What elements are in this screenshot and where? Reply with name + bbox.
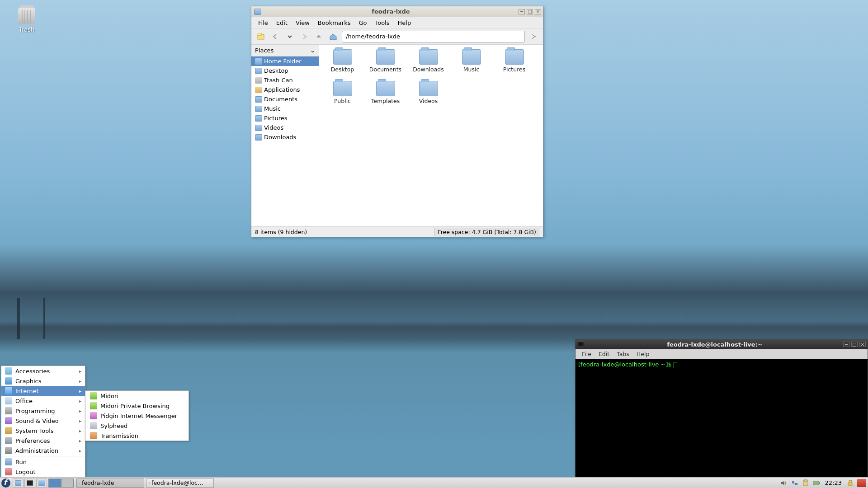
- up-button[interactable]: [313, 31, 325, 42]
- maximize-button[interactable]: □: [851, 342, 858, 347]
- task-terminal[interactable]: feodra-lxde@loc…: [146, 479, 214, 488]
- fm-title: feodra-lxde: [263, 8, 519, 15]
- app-sylpheed[interactable]: Sylpheed: [85, 421, 189, 431]
- terminal-body[interactable]: [feodra-lxde@localhost-live ~]$: [576, 359, 868, 370]
- app-icon: [90, 432, 97, 439]
- folder-videos[interactable]: Videos: [407, 81, 450, 113]
- category-icon: [5, 427, 12, 434]
- forward-button[interactable]: [298, 31, 310, 42]
- fm-titlebar[interactable]: feodra-lxde ─ □ ✕: [251, 6, 543, 17]
- task-list: feodra-lxde feodra-lxde@loc…: [76, 479, 780, 488]
- sidebar-item-music[interactable]: Music: [251, 104, 319, 113]
- taskbar-clock[interactable]: 22:23: [823, 479, 844, 486]
- close-button[interactable]: ✕: [859, 342, 866, 347]
- start-menu-button[interactable]: [0, 478, 11, 488]
- menu-edit[interactable]: Edit: [272, 18, 292, 28]
- ql-terminal[interactable]: [24, 479, 35, 488]
- minimize-button[interactable]: ─: [843, 342, 849, 347]
- menu-preferences[interactable]: Preferences▸: [1, 436, 85, 446]
- internet-submenu[interactable]: MidoriMidori Private BrowsingPidgin Inte…: [85, 390, 189, 441]
- task-file-manager[interactable]: feodra-lxde: [76, 479, 144, 488]
- folder-public[interactable]: Public: [321, 81, 364, 113]
- menu-sound-video[interactable]: Sound & Video▸: [1, 416, 85, 426]
- history-dropdown[interactable]: [284, 31, 296, 42]
- sidebar-item-desktop[interactable]: Desktop: [251, 66, 319, 75]
- workspace-1[interactable]: [48, 479, 61, 488]
- back-button[interactable]: [269, 31, 281, 42]
- ql-file-manager[interactable]: [13, 479, 24, 488]
- folder-documents[interactable]: Documents: [364, 49, 407, 81]
- desktop-trash[interactable]: Trash: [11, 6, 42, 33]
- terminal-window[interactable]: feodra-lxde@localhost-live:~ ─ □ ✕ File …: [575, 339, 868, 482]
- category-icon: [5, 377, 12, 385]
- system-tray: 22:23: [780, 479, 866, 487]
- menu-tools[interactable]: Tools: [371, 18, 393, 28]
- menu-graphics[interactable]: Graphics▸: [1, 376, 85, 386]
- trash-icon: [17, 6, 36, 25]
- sidebar-item-videos[interactable]: Videos: [251, 123, 319, 132]
- home-button[interactable]: [327, 31, 339, 42]
- maximize-button[interactable]: □: [527, 9, 533, 14]
- new-tab-button[interactable]: [255, 31, 267, 42]
- clipboard-icon[interactable]: [802, 479, 810, 487]
- menu-tabs[interactable]: Tabs: [613, 350, 633, 358]
- folder-pictures[interactable]: Pictures: [493, 49, 536, 81]
- menu-accessories[interactable]: Accessories▸: [1, 366, 85, 376]
- network-icon[interactable]: [791, 479, 799, 487]
- sidebar-item-documents[interactable]: Documents: [251, 94, 319, 104]
- folder-templates[interactable]: Templates: [364, 81, 407, 113]
- volume-icon[interactable]: [780, 479, 788, 487]
- action-icon: [5, 458, 12, 465]
- menu-go[interactable]: Go: [354, 18, 371, 28]
- minimize-button[interactable]: ─: [519, 9, 525, 14]
- sidebar-item-applications[interactable]: Applications: [251, 85, 319, 94]
- menu-view[interactable]: View: [292, 18, 314, 28]
- logout-button[interactable]: [857, 479, 866, 487]
- folder-icon: [462, 49, 481, 65]
- menu-system-tools[interactable]: System Tools▸: [1, 426, 85, 436]
- close-button[interactable]: ✕: [535, 9, 541, 14]
- sidebar-header[interactable]: Places ⌄: [251, 45, 319, 56]
- app-midori-private-browsing[interactable]: Midori Private Browsing: [85, 401, 189, 411]
- app-transmission[interactable]: Transmission: [85, 431, 189, 441]
- menu-office[interactable]: Office▸: [1, 396, 85, 406]
- workspace-2[interactable]: [61, 479, 74, 488]
- menu-file[interactable]: File: [578, 350, 595, 358]
- workspace-pager: [48, 479, 74, 488]
- app-icon: [90, 412, 97, 419]
- folder-music[interactable]: Music: [450, 49, 493, 81]
- sidebar-item-home-folder[interactable]: Home Folder: [251, 56, 319, 66]
- term-titlebar[interactable]: feodra-lxde@localhost-live:~ ─ □ ✕: [576, 339, 868, 349]
- menu-help[interactable]: Help: [394, 18, 415, 28]
- terminal-icon: [578, 342, 584, 347]
- address-input[interactable]: [342, 31, 525, 42]
- sidebar-item-trash-can[interactable]: Trash Can: [251, 75, 319, 85]
- fm-icon-grid[interactable]: DesktopDocumentsDownloadsMusicPicturesPu…: [319, 45, 543, 226]
- sidebar-item-pictures[interactable]: Pictures: [251, 113, 319, 123]
- menu-edit[interactable]: Edit: [595, 350, 613, 358]
- app-pidgin-internet-messenger[interactable]: Pidgin Internet Messenger: [85, 411, 189, 421]
- submenu-arrow-icon: ▸: [79, 369, 81, 374]
- lock-icon[interactable]: [846, 479, 854, 487]
- menu-internet[interactable]: Internet▸: [1, 386, 85, 396]
- term-title: feodra-lxde@localhost-live:~: [586, 341, 843, 348]
- folder-downloads[interactable]: Downloads: [407, 49, 450, 81]
- menu-programming[interactable]: Programming▸: [1, 406, 85, 416]
- menu-run[interactable]: Run: [1, 457, 85, 467]
- battery-icon[interactable]: [812, 479, 821, 487]
- sidebar-item-downloads[interactable]: Downloads: [251, 132, 319, 142]
- application-menu[interactable]: Accessories▸Graphics▸Internet▸Office▸Pro…: [1, 366, 85, 477]
- svg-rect-5: [804, 479, 807, 481]
- go-button[interactable]: [528, 31, 539, 42]
- ql-show-desktop[interactable]: [36, 479, 47, 488]
- menu-logout[interactable]: Logout: [1, 467, 85, 477]
- taskbar: feodra-lxde feodra-lxde@loc… 22:23: [0, 477, 868, 488]
- folder-icon: [376, 81, 395, 96]
- menu-help[interactable]: Help: [633, 350, 653, 358]
- folder-desktop[interactable]: Desktop: [321, 49, 364, 81]
- app-midori[interactable]: Midori: [85, 391, 189, 401]
- menu-bookmarks[interactable]: Bookmarks: [314, 18, 355, 28]
- menu-file[interactable]: File: [254, 18, 272, 28]
- file-manager-window[interactable]: feodra-lxde ─ □ ✕ File Edit View Bookmar…: [251, 6, 543, 237]
- menu-administration[interactable]: Administration▸: [1, 446, 85, 455]
